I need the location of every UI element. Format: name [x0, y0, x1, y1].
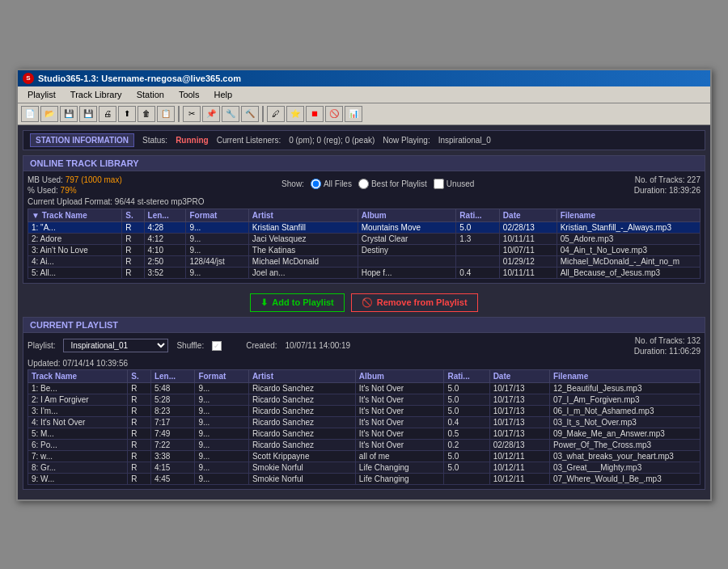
unused-option[interactable]: Unused: [434, 179, 474, 189]
pl-cell-artist: Ricardo Sanchez: [248, 428, 355, 439]
col-album[interactable]: Album: [358, 209, 456, 221]
add-to-playlist-button[interactable]: ⬇ Add to Playlist: [250, 293, 344, 312]
menu-tools[interactable]: Tools: [172, 88, 206, 101]
track-library-row[interactable]: 3: Ain't No Love R 4:10 9... The Katinas…: [28, 244, 700, 255]
pl-col-format[interactable]: Format: [195, 369, 249, 382]
tl-cell-len: 3:52: [144, 267, 186, 278]
playlist-row[interactable]: 3: I'm... R 8:23 9... Ricardo Sanchez It…: [28, 405, 700, 416]
menu-track-library[interactable]: Track Library: [64, 88, 129, 101]
col-rating[interactable]: Rati...: [456, 209, 500, 221]
pl-col-rating[interactable]: Rati...: [444, 369, 489, 382]
pl-cell-rating: [444, 473, 489, 484]
playlist-row[interactable]: 1: Be... R 5:48 9... Ricardo Sanchez It'…: [28, 382, 700, 394]
track-library-row[interactable]: 4: Ai... R 2:50 128/44/jst Michael McDon…: [28, 255, 700, 267]
playlist-row[interactable]: 4: It's Not Over R 7:17 9... Ricardo San…: [28, 416, 700, 428]
toolbar-stop[interactable]: ⏹: [306, 106, 324, 122]
toolbar-star[interactable]: ⭐: [286, 106, 304, 122]
col-format[interactable]: Format: [186, 209, 248, 221]
playlist-row[interactable]: 2: I Am Forgiver R 5:28 9... Ricardo San…: [28, 394, 700, 405]
col-date[interactable]: Date: [499, 209, 557, 221]
pl-cell-len: 8:23: [150, 405, 194, 416]
toolbar-misc[interactable]: 📊: [345, 106, 362, 122]
pl-col-track-name[interactable]: Track Name: [28, 369, 128, 382]
pl-col-artist[interactable]: Artist: [248, 369, 355, 382]
pl-cell-artist: Ricardo Sanchez: [248, 439, 355, 450]
menu-station[interactable]: Station: [130, 88, 171, 101]
all-files-label: All Files: [324, 179, 352, 188]
playlist-row[interactable]: 6: Po... R 7:22 9... Ricardo Sanchez It'…: [28, 439, 700, 450]
toolbar-new[interactable]: 📄: [21, 106, 39, 122]
playlist-select[interactable]: Inspirational_01: [63, 339, 168, 352]
pl-cell-filename: 09_Make_Me_an_Answer.mp3: [549, 428, 700, 439]
track-library-row[interactable]: 2: Adore R 4:12 9... Jaci Velasquez Crys…: [28, 233, 700, 244]
toolbar-save[interactable]: 💾: [60, 106, 78, 122]
track-library-table-container[interactable]: ▼ Track Name S. Len... Format Artist Alb…: [28, 209, 700, 279]
unused-checkbox[interactable]: [434, 179, 444, 189]
pl-col-album[interactable]: Album: [355, 369, 444, 382]
remove-from-playlist-button[interactable]: 🚫 Remove from Playlist: [351, 293, 478, 312]
pl-cell-date: 10/12/11: [489, 473, 549, 484]
tl-cell-album: Hope f...: [358, 267, 456, 278]
menu-playlist[interactable]: Playlist: [21, 88, 62, 101]
toolbar-open[interactable]: 📂: [40, 106, 58, 122]
pl-cell-len: 5:28: [150, 394, 194, 405]
tl-cell-artist: The Katinas: [248, 244, 358, 255]
pl-col-len[interactable]: Len...: [150, 369, 194, 382]
pl-cell-date: 10/17/13: [489, 428, 549, 439]
col-len[interactable]: Len...: [144, 209, 186, 221]
playlist-row[interactable]: 9: W... R 4:45 9... Smokie Norful Life C…: [28, 473, 700, 484]
app-icon: S: [23, 73, 34, 84]
track-library-row[interactable]: 5: All... R 3:52 9... Joel an... Hope f.…: [28, 267, 700, 278]
track-library-row[interactable]: 1: "A... R 4:28 9... Kristian Stanfill M…: [28, 221, 700, 233]
track-library-header-row: ▼ Track Name S. Len... Format Artist Alb…: [28, 209, 700, 221]
best-for-playlist-option[interactable]: Best for Playlist: [358, 179, 427, 189]
created-label: Created:: [246, 341, 277, 350]
remove-from-playlist-label: Remove from Playlist: [377, 297, 468, 307]
toolbar-delete[interactable]: 🗑: [138, 106, 155, 122]
toolbar-cut[interactable]: ✂: [183, 106, 201, 122]
toolbar-marker[interactable]: 🖊: [267, 106, 285, 122]
pl-cell-s: R: [128, 405, 151, 416]
shuffle-checkbox[interactable]: ✓: [212, 341, 222, 351]
pl-cell-album: Life Changing: [355, 462, 444, 473]
toolbar-print[interactable]: 🖨: [99, 106, 116, 122]
listeners-value: 0 (pm); 0 (reg); 0 (peak): [289, 136, 375, 145]
toolbar-copy[interactable]: 📋: [157, 106, 175, 122]
playlist-no-tracks-label: No. of Tracks:: [635, 336, 685, 345]
pl-cell-name: 1: Be...: [28, 382, 128, 394]
main-window: S Studio365-1.3: Username-rnegosa@live36…: [16, 69, 712, 501]
all-files-option[interactable]: All Files: [311, 179, 352, 189]
toolbar-tools1[interactable]: 🔧: [222, 106, 239, 122]
pl-cell-artist: Scott Krippayne: [248, 450, 355, 462]
pl-cell-filename: 03_Great___Mighty.mp3: [549, 462, 700, 473]
col-filename[interactable]: Filename: [557, 209, 700, 221]
pl-col-filename[interactable]: Filename: [549, 369, 700, 382]
toolbar-paste[interactable]: 📌: [202, 106, 220, 122]
col-artist[interactable]: Artist: [248, 209, 358, 221]
pl-cell-date: 10/17/13: [489, 405, 549, 416]
toolbar-up[interactable]: ⬆: [118, 106, 136, 122]
pl-cell-s: R: [128, 416, 151, 428]
playlist-row[interactable]: 8: Gr... R 4:15 9... Smokie Norful Life …: [28, 462, 700, 473]
all-files-radio[interactable]: [311, 179, 321, 189]
col-track-name[interactable]: ▼ Track Name: [28, 209, 122, 221]
toolbar-tools2[interactable]: 🔨: [241, 106, 259, 122]
tl-cell-s: R: [122, 233, 144, 244]
pl-col-s[interactable]: S.: [128, 369, 151, 382]
tl-cell-artist: Jaci Velasquez: [248, 233, 358, 244]
toolbar-remove[interactable]: 🚫: [325, 106, 343, 122]
track-library-stats-left: MB Used: 797 (1000 max) % Used: 79%: [28, 175, 122, 195]
menu-help[interactable]: Help: [208, 88, 239, 101]
col-s[interactable]: S.: [122, 209, 144, 221]
pl-cell-artist: Smokie Norful: [248, 462, 355, 473]
best-for-playlist-radio[interactable]: [358, 179, 369, 189]
toolbar-save2[interactable]: 💾: [79, 106, 97, 122]
playlist-row[interactable]: 7: w... R 3:38 9... Scott Krippayne all …: [28, 450, 700, 462]
playlist-row[interactable]: 5: M... R 7:49 9... Ricardo Sanchez It's…: [28, 428, 700, 439]
pl-cell-date: 02/28/13: [489, 439, 549, 450]
playlist-table-container[interactable]: Track Name S. Len... Format Artist Album…: [23, 369, 705, 489]
pl-cell-artist: Smokie Norful: [248, 473, 355, 484]
pl-col-date[interactable]: Date: [489, 369, 549, 382]
upload-format-value: 96/44 st-stereo mp3PRO: [115, 197, 205, 206]
tl-cell-name: 2: Adore: [28, 233, 122, 244]
